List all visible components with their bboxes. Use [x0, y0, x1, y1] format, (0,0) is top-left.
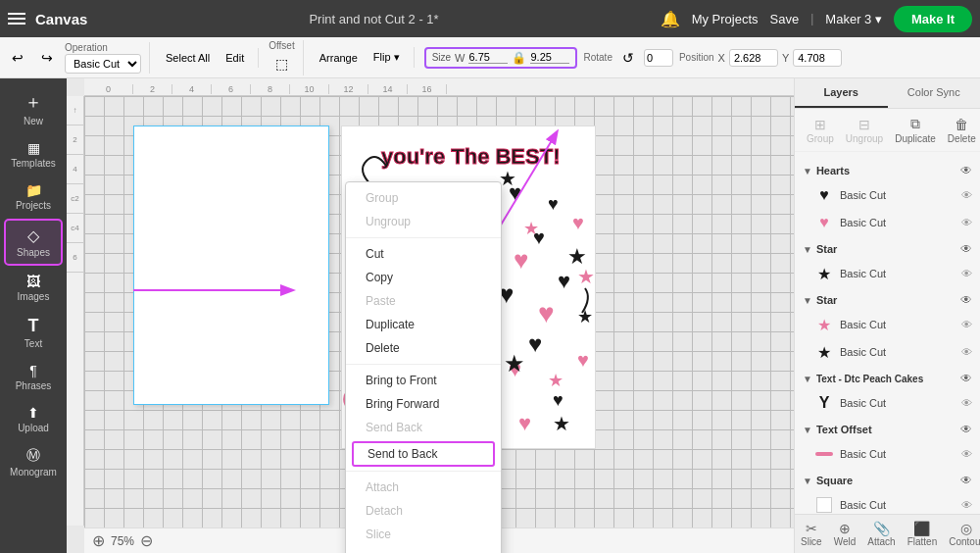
- layer-item-star-pink-2[interactable]: ★ Basic Cut 👁: [795, 311, 980, 338]
- zoom-minus-button[interactable]: ⊖: [140, 531, 153, 550]
- contour-action[interactable]: ◎ Contour: [943, 519, 980, 549]
- layer-group-text-dtc: ▼ Text - Dtc Peach Cakes 👁 Y Basic Cut 👁: [795, 368, 980, 417]
- sidebar-item-upload[interactable]: ⬆ Upload: [4, 399, 63, 439]
- delete-button[interactable]: 🗑 Delete: [942, 114, 980, 147]
- top-bar: Canvas Print and not Cut 2 - 1* 🔔 My Pro…: [0, 0, 980, 37]
- flatten-action[interactable]: ⬛ Flatten: [902, 519, 944, 549]
- sidebar-item-label-upload: Upload: [18, 423, 49, 433]
- flip-button[interactable]: Flip ▾: [368, 47, 406, 68]
- sidebar-item-images[interactable]: 🖼 Images: [4, 268, 63, 308]
- sidebar-item-label-templates: Templates: [11, 158, 56, 169]
- layer-group-star-2-header[interactable]: ▼ Star 👁: [795, 289, 980, 311]
- eye-icon-text-offset-item[interactable]: 👁: [961, 448, 972, 460]
- layer-item-text-dtc[interactable]: Y Basic Cut 👁: [795, 389, 980, 417]
- eye-icon-text-dtc[interactable]: 👁: [960, 372, 972, 385]
- select-all-button[interactable]: Select All: [160, 48, 216, 68]
- sidebar-item-shapes[interactable]: ◇ Shapes: [4, 219, 63, 266]
- arrange-button[interactable]: Arrange: [314, 48, 364, 68]
- right-bottom-actions: ✂ Slice ⊕ Weld 📎 Attach ⬛ Flatten ◎ Cont…: [795, 514, 980, 553]
- layer-group-hearts-header[interactable]: ▼ Hearts 👁: [795, 160, 980, 181]
- ctx-slice[interactable]: Slice: [346, 523, 501, 546]
- ctx-duplicate[interactable]: Duplicate: [346, 313, 501, 336]
- ctx-delete[interactable]: Delete: [346, 336, 501, 360]
- save-btn[interactable]: Save: [770, 12, 800, 26]
- sidebar-item-new[interactable]: ＋ New: [4, 84, 63, 132]
- layer-item-heart-black[interactable]: ♥ Basic Cut 👁: [795, 181, 980, 209]
- height-input[interactable]: [530, 51, 569, 64]
- ctx-ungroup[interactable]: Ungroup: [346, 210, 501, 233]
- sidebar-item-text[interactable]: T Text: [4, 310, 63, 355]
- ctx-attach[interactable]: Attach: [346, 476, 501, 499]
- edit-button[interactable]: Edit: [220, 48, 250, 68]
- document-title: Print and not Cut 2 - 1*: [309, 12, 438, 26]
- ungroup-button[interactable]: ⊟ Ungroup: [840, 114, 889, 147]
- make-it-button[interactable]: Make It: [894, 6, 972, 32]
- eye-icon-star-1[interactable]: 👁: [960, 242, 972, 256]
- my-projects-btn[interactable]: My Projects: [692, 12, 759, 26]
- sidebar-item-phrases[interactable]: ¶ Phrases: [4, 357, 63, 397]
- layer-group-star-1-header[interactable]: ▼ Star 👁: [795, 238, 980, 260]
- ctx-send-back[interactable]: Send Back: [346, 416, 501, 439]
- eye-icon-star-2[interactable]: 👁: [960, 293, 972, 307]
- sidebar-item-templates[interactable]: ▦ Templates: [4, 134, 63, 175]
- eye-icon-heart-pink[interactable]: 👁: [961, 217, 972, 228]
- top-bar-right: 🔔 My Projects Save | Maker 3 ▾ Make It: [661, 6, 972, 32]
- eye-icon-square[interactable]: 👁: [960, 474, 972, 487]
- tab-layers[interactable]: Layers: [795, 78, 888, 108]
- ctx-group[interactable]: Group: [346, 186, 501, 210]
- rotate-ccw-icon[interactable]: ↺: [616, 46, 640, 70]
- group-button[interactable]: ⊞ Group: [801, 114, 840, 147]
- layer-item-text-offset[interactable]: Basic Cut 👁: [795, 440, 980, 468]
- layer-group-text-offset-header[interactable]: ▼ Text Offset 👁: [795, 419, 980, 440]
- zoom-add-button[interactable]: ⊕: [92, 531, 105, 550]
- redo-button[interactable]: ↪: [35, 46, 59, 70]
- lock-icon[interactable]: 🔒: [512, 51, 526, 65]
- offset-button[interactable]: ⬚: [270, 52, 294, 75]
- text-dtc-thumb: Y: [814, 393, 834, 413]
- canvas-area[interactable]: 0 2 4 6 8 10 12 14 16 ↑ 2 4 c2 c4 6: [67, 78, 794, 553]
- ctx-send-to-back[interactable]: Send to Back: [352, 441, 495, 467]
- hamburger-menu[interactable]: [8, 13, 25, 25]
- eye-icon-text-offset[interactable]: 👁: [960, 423, 972, 436]
- tab-color-sync[interactable]: Color Sync: [888, 78, 981, 108]
- slice-action[interactable]: ✂ Slice: [795, 519, 828, 549]
- x-position-input[interactable]: [729, 49, 778, 67]
- eye-icon-star-black-2[interactable]: 👁: [961, 346, 972, 358]
- layer-item-star-black-2[interactable]: ★ Basic Cut 👁: [795, 338, 980, 366]
- ctx-bring-front[interactable]: Bring to Front: [346, 369, 501, 392]
- duplicate-button[interactable]: ⧉ Duplicate: [889, 113, 942, 147]
- eye-icon-heart-black[interactable]: 👁: [961, 189, 972, 201]
- svg-text:♥: ♥: [528, 330, 542, 357]
- eye-icon-square-item[interactable]: 👁: [961, 499, 972, 511]
- eye-icon-text-dtc-item[interactable]: 👁: [961, 397, 972, 409]
- ungroup-label: Ungroup: [846, 133, 883, 144]
- machine-selector[interactable]: Maker 3 ▾: [825, 12, 882, 26]
- eye-icon-star-1-item[interactable]: 👁: [961, 268, 972, 279]
- rotate-input[interactable]: [644, 49, 673, 67]
- ctx-bring-forward[interactable]: Bring Forward: [346, 392, 501, 416]
- attach-action[interactable]: 📎 Attach: [861, 519, 901, 549]
- undo-button[interactable]: ↩: [6, 46, 29, 70]
- eye-icon-star-pink-2[interactable]: 👁: [961, 319, 972, 330]
- ctx-paste[interactable]: Paste: [346, 289, 501, 313]
- ctx-cut[interactable]: Cut: [346, 242, 501, 266]
- svg-text:♥: ♥: [558, 269, 570, 293]
- eye-icon-hearts[interactable]: 👁: [960, 164, 972, 177]
- layer-item-star-black-1[interactable]: ★ Basic Cut 👁: [795, 260, 980, 287]
- svg-text:♥: ♥: [514, 245, 528, 275]
- layer-item-heart-pink[interactable]: ♥ Basic Cut 👁: [795, 209, 980, 236]
- ctx-detach[interactable]: Detach: [346, 499, 501, 523]
- layer-group-text-dtc-header[interactable]: ▼ Text - Dtc Peach Cakes 👁: [795, 368, 980, 389]
- width-input[interactable]: [468, 51, 508, 64]
- ctx-copy[interactable]: Copy: [346, 266, 501, 289]
- bell-icon[interactable]: 🔔: [661, 10, 680, 28]
- sidebar-item-projects[interactable]: 📁 Projects: [4, 176, 63, 217]
- operation-select[interactable]: Basic Cut: [65, 54, 141, 74]
- ctx-weld[interactable]: Weld: [346, 546, 501, 553]
- canvas-page[interactable]: [133, 126, 329, 405]
- layer-item-square[interactable]: Basic Cut 👁: [795, 491, 980, 514]
- weld-action[interactable]: ⊕ Weld: [828, 519, 862, 549]
- y-position-input[interactable]: [793, 49, 842, 67]
- sidebar-item-monogram[interactable]: Ⓜ Monogram: [4, 441, 63, 483]
- layer-group-square-header[interactable]: ▼ Square 👁: [795, 470, 980, 491]
